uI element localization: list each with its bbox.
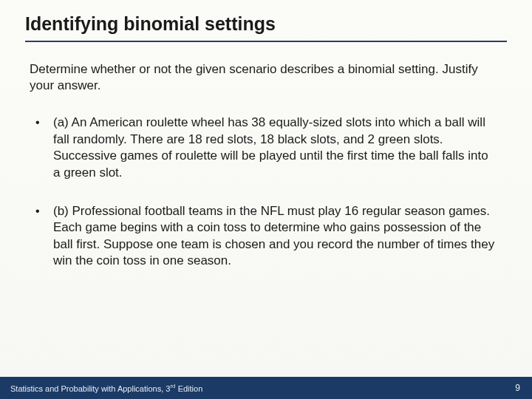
footer-bar: Statistics and Probability with Applicat… (0, 377, 532, 399)
content-area: Determine whether or not the given scena… (0, 47, 532, 270)
title-underline (25, 41, 507, 42)
footer-citation: Statistics and Probability with Applicat… (10, 383, 202, 393)
list-item: (b) Professional football teams in the N… (34, 203, 504, 270)
page-number: 9 (515, 383, 520, 393)
footer-text-prefix: Statistics and Probability with Applicat… (10, 384, 170, 393)
bullet-list: (a) An American roulette wheel has 38 eq… (28, 115, 504, 270)
list-item: (a) An American roulette wheel has 38 eq… (34, 115, 504, 181)
footer-text-suffix: Edition (176, 384, 203, 393)
footer-ordinal: rd (170, 383, 175, 389)
slide-title: Identifying binomial settings (25, 13, 507, 39)
intro-text: Determine whether or not the given scena… (28, 61, 504, 94)
slide: Identifying binomial settings Determine … (0, 0, 532, 399)
title-block: Identifying binomial settings (0, 0, 532, 47)
